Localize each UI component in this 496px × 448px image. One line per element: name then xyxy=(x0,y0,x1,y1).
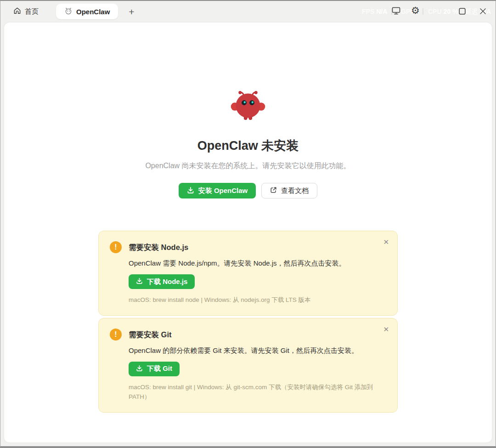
alerts-list: ✕ ! 需要安装 Node.js OpenClaw 需要 Node.js/npm… xyxy=(98,231,398,413)
download-nodejs-label: 下载 Node.js xyxy=(147,278,187,286)
fps-stat: FPS N/A xyxy=(362,8,387,15)
openclaw-mascot-logo xyxy=(231,90,265,124)
alert-card-git: ✕ ! 需要安装 Git OpenClaw 的部分依赖需要 Git 来安装。请先… xyxy=(98,318,398,413)
alert-body: OpenClaw 需要 Node.js/npm。请先安装 Node.js，然后再… xyxy=(129,259,386,268)
external-link-icon xyxy=(270,187,277,195)
close-icon[interactable] xyxy=(479,8,486,17)
download-git-label: 下载 Git xyxy=(147,364,172,373)
alert-close-icon[interactable]: ✕ xyxy=(383,326,389,333)
tab-openclaw[interactable]: OpenClaw xyxy=(56,4,118,19)
alert-title: 需要安装 Git xyxy=(129,329,386,340)
stat-divider: | xyxy=(422,7,424,15)
home-icon xyxy=(13,7,21,16)
cpu-stat: CPU 20 % xyxy=(428,8,458,15)
view-docs-button[interactable]: 查看文档 xyxy=(261,183,317,198)
monitor-icon[interactable] xyxy=(392,6,400,17)
download-nodejs-button[interactable]: 下载 Node.js xyxy=(129,274,195,289)
maximize-icon[interactable] xyxy=(459,8,466,17)
download-icon xyxy=(136,365,143,373)
titlebar: 首页 OpenClaw + FPS N/A | GPU | CPU 20 % 延… xyxy=(0,1,496,22)
home-nav-item[interactable]: 首页 xyxy=(13,7,39,16)
page-title: OpenClaw 未安装 xyxy=(197,137,299,154)
tab-label: OpenClaw xyxy=(76,8,110,16)
home-label: 首页 xyxy=(25,7,39,16)
warning-icon: ! xyxy=(110,329,122,340)
alert-hint: macOS: brew install node | Windows: 从 no… xyxy=(129,295,377,305)
install-openclaw-label: 安装 OpenClaw xyxy=(198,187,248,195)
page-subtitle: OpenClaw 尚未安装在您的系统上。请先安装它以使用此功能。 xyxy=(145,161,350,171)
download-icon xyxy=(136,278,143,286)
alert-title: 需要安装 Node.js xyxy=(129,241,386,253)
alert-close-icon[interactable]: ✕ xyxy=(383,238,389,245)
gear-icon[interactable]: ⚙ xyxy=(411,6,420,15)
view-docs-label: 查看文档 xyxy=(281,187,309,195)
new-tab-button[interactable]: + xyxy=(126,6,137,17)
alert-card-nodejs: ✕ ! 需要安装 Node.js OpenClaw 需要 Node.js/npm… xyxy=(98,231,398,316)
install-openclaw-button[interactable]: 安装 OpenClaw xyxy=(179,183,256,198)
main-content: OpenClaw 未安装 OpenClaw 尚未安装在您的系统上。请先安装它以使… xyxy=(4,23,492,442)
alert-body: OpenClaw 的部分依赖需要 Git 来安装。请先安装 Git，然后再次点击… xyxy=(129,346,386,355)
action-buttons: 安装 OpenClaw 查看文档 xyxy=(179,183,318,198)
app-window: 首页 OpenClaw + FPS N/A | GPU | CPU 20 % 延… xyxy=(0,0,496,448)
latency-stat: 延迟 N/A xyxy=(465,8,491,16)
download-git-button[interactable]: 下载 Git xyxy=(129,362,180,376)
download-icon xyxy=(187,187,194,195)
mascot-icon xyxy=(64,7,73,16)
warning-icon: ! xyxy=(110,241,122,253)
alert-hint: macOS: brew install git | Windows: 从 git… xyxy=(129,383,377,402)
